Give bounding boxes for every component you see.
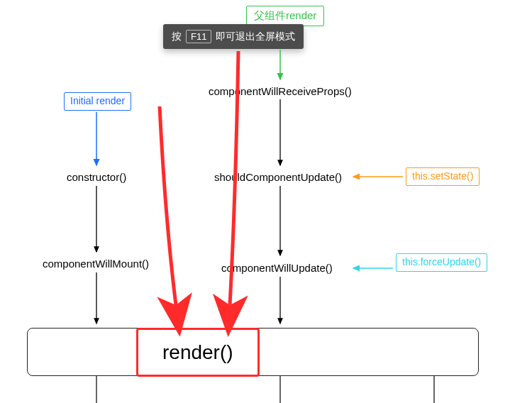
tooltip-suffix: 即可退出全屏模式 bbox=[216, 31, 295, 43]
node-scu: shouldComponentUpdate() bbox=[214, 171, 342, 183]
node-cwm: componentWillMount() bbox=[43, 258, 149, 270]
node-parent-render: 父组件render bbox=[246, 6, 324, 26]
node-initial-render: Initial render bbox=[64, 92, 131, 111]
node-setstate: this.setState() bbox=[406, 167, 480, 186]
diagram-canvas: 父组件render 按 F11 即可退出全屏模式 Initial render … bbox=[0, 0, 532, 403]
hand-arrow-left bbox=[160, 106, 176, 305]
tooltip-key: F11 bbox=[186, 30, 211, 43]
fullscreen-tooltip: 按 F11 即可退出全屏模式 bbox=[163, 24, 304, 49]
node-constructor: constructor() bbox=[67, 171, 126, 183]
node-forceupdate: this.forceUpdate() bbox=[396, 253, 487, 272]
node-cwrp: componentWillReceiveProps() bbox=[209, 85, 352, 97]
tooltip-prefix: 按 bbox=[172, 31, 182, 43]
node-cwu: componentWillUpdate() bbox=[221, 262, 333, 274]
node-render: render() bbox=[136, 328, 260, 377]
